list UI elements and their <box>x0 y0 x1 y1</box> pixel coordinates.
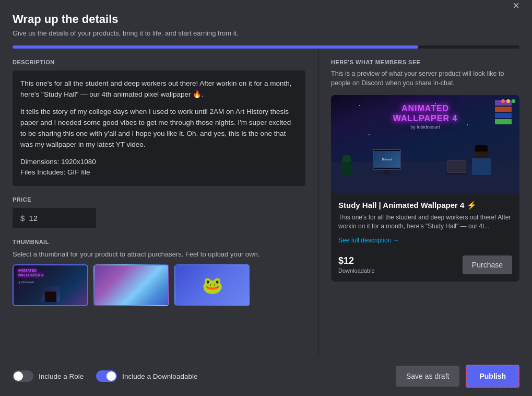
purchase-button[interactable]: Purchase <box>463 255 512 274</box>
monitor: Discord <box>373 149 401 174</box>
save-draft-button[interactable]: Save as draft <box>396 366 460 387</box>
preview-price-row: $12 Downloadable Purchase <box>338 255 512 274</box>
publish-button[interactable]: Publish <box>466 365 519 388</box>
preview-image-title-area: ANIMATEDWALLPAPER 4 by tobidoesart <box>331 103 519 130</box>
preview-title-text: Study Hall | Animated Wallpaper 4 <box>338 201 467 209</box>
lightning-icon: ⚡ <box>467 201 477 209</box>
monitor-label: Discord <box>382 158 392 161</box>
window-dot-red <box>501 99 505 103</box>
dollar-sign: $ <box>20 214 25 223</box>
preview-image-title: ANIMATEDWALLPAPER 4 <box>331 103 519 123</box>
preview-product-title: Study Hall | Animated Wallpaper 4 ⚡ <box>338 201 512 210</box>
thumbnail-section: THUMBNAIL Select a thumbnail for your pr… <box>13 239 305 306</box>
price-value: 12 <box>29 214 38 223</box>
thumbnail-label: THUMBNAIL <box>13 239 305 245</box>
bookshelf <box>495 100 512 125</box>
left-panel: DESCRIPTION This one's for all the stude… <box>0 49 318 356</box>
modal-body: DESCRIPTION This one's for all the stude… <box>0 49 532 356</box>
thumbnail-item-2[interactable] <box>93 264 169 306</box>
modal-footer: Include a Role Include a Downloadable Sa… <box>0 356 532 396</box>
description-para-3: Dimensions: 1920x1080Files Includes: GIF… <box>20 157 298 179</box>
modal: Wrap up the details Give us the details … <box>0 0 532 396</box>
character <box>472 145 491 175</box>
thumb-1-title: ANIMATEDWALLPAPER 4 <box>18 269 83 277</box>
price-label: PRICE <box>13 196 305 203</box>
preview-price: $12 <box>338 255 375 266</box>
thumbnail-grid: ANIMATEDWALLPAPER 4 by tobidoesart 🐸 <box>13 264 305 306</box>
include-downloadable-label: Include a Downloadable <box>122 372 197 380</box>
desk-floor <box>331 162 519 193</box>
description-section: DESCRIPTION This one's for all the stude… <box>13 59 305 186</box>
modal-header: Wrap up the details Give us the details … <box>0 0 532 37</box>
footer-left: Include a Role Include a Downloadable <box>13 370 197 382</box>
thumb-1-figure <box>41 286 60 302</box>
preview-text-content: Study Hall | Animated Wallpaper 4 ⚡ This… <box>331 193 519 282</box>
include-role-label: Include a Role <box>39 372 84 380</box>
description-para-1: This one's for all the student and deep … <box>20 78 298 100</box>
right-panel: HERE'S WHAT MEMBERS SEE This is a previe… <box>318 49 532 356</box>
window-decorations <box>501 99 515 103</box>
preview-image-by: by tobidoesart <box>331 124 519 130</box>
footer-right: Save as draft Publish <box>396 365 519 388</box>
include-role-toggle[interactable] <box>13 370 33 382</box>
include-downloadable-toggle[interactable] <box>96 370 117 382</box>
price-input[interactable]: $ 12 <box>13 208 96 228</box>
desk-scene: Discord <box>331 131 519 193</box>
see-full-description-link[interactable]: See full description → <box>338 237 399 244</box>
preview-card: ANIMATEDWALLPAPER 4 by tobidoesart <box>331 95 519 282</box>
description-box[interactable]: This one's for all the student and deep … <box>13 71 305 186</box>
modal-title: Wrap up the details <box>13 13 519 26</box>
thumbnail-item-1[interactable]: ANIMATEDWALLPAPER 4 by tobidoesart <box>13 264 88 306</box>
preview-image: ANIMATEDWALLPAPER 4 by tobidoesart <box>331 95 519 193</box>
thumbnail-description: Select a thumbnail for your product to a… <box>13 250 305 258</box>
preview-downloadable-label: Downloadable <box>338 267 375 274</box>
thumbnail-item-3[interactable]: 🐸 <box>174 264 250 306</box>
toggle-knob-role <box>14 371 23 381</box>
laptop <box>447 160 467 174</box>
window-dot-yellow <box>506 99 510 103</box>
close-button[interactable]: × <box>513 0 519 11</box>
window-dot-green <box>512 99 515 103</box>
thumb-1-subtitle: by tobidoesart <box>18 281 83 284</box>
frog-icon: 🐸 <box>202 277 223 294</box>
price-section: PRICE $ 12 <box>13 196 305 228</box>
preview-product-desc: This one's for all the student and deep … <box>338 213 512 231</box>
include-role-toggle-row: Include a Role <box>13 370 84 382</box>
include-downloadable-toggle-row: Include a Downloadable <box>96 370 197 382</box>
description-para-2: It tells the story of my college days wh… <box>20 107 298 150</box>
modal-subtitle: Give us the details of your products, br… <box>13 29 519 37</box>
toggle-knob-downloadable <box>107 371 116 381</box>
preview-description: This is a preview of what your server pr… <box>331 69 519 88</box>
preview-price-info: $12 Downloadable <box>338 255 375 274</box>
plant <box>341 160 352 176</box>
description-label: DESCRIPTION <box>13 59 305 65</box>
preview-label: HERE'S WHAT MEMBERS SEE <box>331 59 519 65</box>
